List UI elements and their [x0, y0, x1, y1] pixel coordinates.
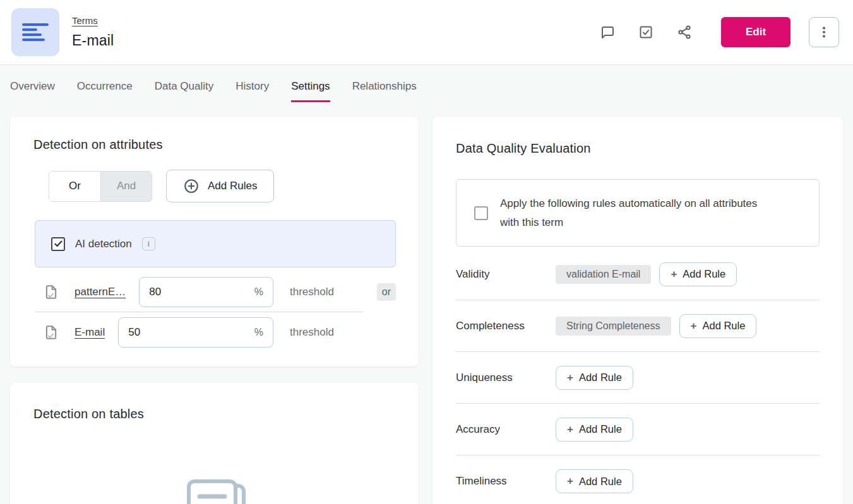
- apply-rules-checkbox[interactable]: [474, 206, 488, 220]
- tab-overview[interactable]: Overview: [10, 80, 55, 102]
- plus-circle-icon: [183, 178, 200, 194]
- rule-document-check-icon: [43, 324, 59, 341]
- tab-occurrence[interactable]: Occurrence: [77, 80, 133, 102]
- dq-dimension-list: Validity validation E-mail + Add Rule Co…: [456, 249, 820, 504]
- threshold-input[interactable]: [128, 326, 160, 339]
- tab-bar: Overview Occurrence Data Quality History…: [0, 65, 853, 117]
- apply-rules-label: Apply the following rules automatically …: [500, 194, 778, 232]
- detection-on-tables-card: Detection on tables: [10, 383, 419, 504]
- edit-button[interactable]: Edit: [721, 17, 790, 47]
- detection-rules-list: patternE… % threshold or: [35, 272, 396, 353]
- settings-content: Detection on attributes Or And Add Rules…: [0, 117, 853, 504]
- operator-and-segment[interactable]: And: [100, 172, 152, 201]
- tab-history[interactable]: History: [236, 80, 269, 102]
- threshold-input-box: %: [139, 277, 273, 307]
- threshold-label: threshold: [290, 286, 363, 298]
- plus-icon: +: [567, 372, 573, 384]
- detection-rule-row: patternE… % threshold or: [35, 272, 396, 312]
- info-icon[interactable]: i: [142, 237, 155, 250]
- more-actions-button[interactable]: [809, 17, 839, 47]
- completeness-rule-chip[interactable]: String Completeness: [556, 317, 671, 336]
- add-rule-button-uniqueness[interactable]: + Add Rule: [556, 366, 633, 390]
- tab-data-quality[interactable]: Data Quality: [155, 80, 214, 102]
- validity-rule-chip[interactable]: validation E-mail: [556, 265, 651, 284]
- threshold-label: threshold: [290, 326, 363, 339]
- plus-icon: +: [567, 475, 573, 488]
- page-header: Terms E-mail Edit: [0, 0, 853, 65]
- add-rules-label: Add Rules: [208, 180, 257, 192]
- add-rule-button-accuracy[interactable]: + Add Rule: [556, 418, 633, 442]
- or-connector-badge: or: [377, 283, 396, 301]
- plus-icon: +: [671, 268, 677, 281]
- add-rule-button-completeness[interactable]: + Add Rule: [679, 314, 757, 338]
- tasks-icon[interactable]: [638, 25, 653, 40]
- ai-detection-label: AI detection: [75, 238, 132, 250]
- data-quality-evaluation-card: Data Quality Evaluation Apply the follow…: [432, 117, 843, 504]
- percent-sign: %: [254, 286, 263, 298]
- add-rule-label: Add Rule: [702, 320, 745, 332]
- operator-or-segment[interactable]: Or: [49, 172, 100, 201]
- dq-dimension-label: Timeliness: [456, 475, 556, 488]
- add-rule-label: Add Rule: [579, 423, 622, 435]
- add-rule-label: Add Rule: [579, 476, 622, 488]
- rule-email-link[interactable]: E-mail: [75, 326, 105, 339]
- add-rule-button-validity[interactable]: + Add Rule: [659, 262, 737, 286]
- operator-toggle: Or And: [49, 171, 152, 202]
- tab-relationships[interactable]: Relationships: [352, 80, 417, 102]
- comments-icon[interactable]: [600, 25, 615, 40]
- empty-documents-icon: [179, 479, 249, 504]
- plus-icon: +: [567, 423, 573, 436]
- add-rule-button-timeliness[interactable]: + Add Rule: [556, 469, 633, 493]
- detection-on-attributes-card: Detection on attributes Or And Add Rules…: [10, 117, 419, 366]
- dq-dimension-label: Validity: [456, 268, 556, 281]
- apply-rules-row: Apply the following rules automatically …: [456, 179, 820, 247]
- detection-on-attributes-title: Detection on attributes: [33, 138, 396, 152]
- add-rules-button[interactable]: Add Rules: [166, 170, 274, 202]
- dq-row-timeliness: Timeliness + Add Rule: [456, 455, 820, 504]
- breadcrumb-terms-link[interactable]: Terms: [72, 15, 98, 26]
- page-title: E-mail: [72, 32, 114, 49]
- kebab-menu-icon: [816, 25, 832, 40]
- rule-pattern-email-link[interactable]: patternE…: [75, 286, 126, 298]
- term-entity-icon: [11, 8, 59, 56]
- threshold-input[interactable]: [149, 286, 181, 298]
- percent-sign: %: [254, 327, 263, 338]
- add-rule-label: Add Rule: [579, 372, 622, 384]
- dq-dimension-label: Completeness: [456, 320, 556, 332]
- dq-row-validity: Validity validation E-mail + Add Rule: [456, 249, 820, 300]
- detection-rule-row: E-mail % threshold: [35, 312, 396, 353]
- add-rule-label: Add Rule: [683, 268, 725, 280]
- ai-detection-checkbox[interactable]: [51, 237, 65, 251]
- plus-icon: +: [691, 320, 697, 332]
- threshold-input-box: %: [118, 317, 273, 348]
- rule-document-check-icon: [43, 284, 59, 300]
- detection-on-tables-title: Detection on tables: [33, 407, 396, 421]
- dq-row-completeness: Completeness String Completeness + Add R…: [456, 300, 820, 352]
- dq-row-uniqueness: Uniqueness + Add Rule: [456, 352, 820, 404]
- share-icon[interactable]: [677, 25, 692, 40]
- dq-dimension-label: Uniqueness: [456, 372, 556, 384]
- tab-settings[interactable]: Settings: [291, 80, 330, 102]
- dq-dimension-label: Accuracy: [456, 423, 556, 436]
- ai-detection-row: AI detection i: [35, 220, 396, 267]
- data-quality-evaluation-title: Data Quality Evaluation: [456, 141, 820, 156]
- dq-row-accuracy: Accuracy + Add Rule: [456, 404, 820, 455]
